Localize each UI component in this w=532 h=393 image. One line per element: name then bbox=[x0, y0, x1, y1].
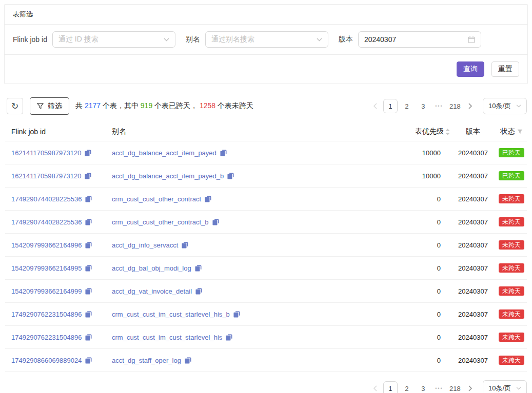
reset-button[interactable]: 重置 bbox=[491, 61, 519, 77]
table-row: 1542097993662164999 acct_dg_vat_invoice_… bbox=[5, 280, 527, 303]
version-value: 20240307 bbox=[364, 35, 396, 44]
flink-job-id-link[interactable]: 1749290744028225536 bbox=[11, 218, 82, 226]
copy-icon[interactable] bbox=[220, 150, 227, 156]
alias-link[interactable]: acct_dg_bal_obj_modi_log bbox=[112, 264, 191, 272]
table-row: 1621411705987973120 acct_dg_balance_acct… bbox=[5, 164, 527, 188]
copy-icon[interactable] bbox=[85, 288, 92, 295]
flink-job-id-cell: 1621411705987973120 bbox=[11, 149, 112, 157]
status-cell: 未跨天 bbox=[496, 356, 527, 365]
copy-icon[interactable] bbox=[226, 334, 232, 341]
pagination-bottom: 1 2 3 ••• 218 10条/页 bbox=[369, 380, 527, 393]
alias-link[interactable]: crm_cust_cust_im_cust_starlevel_his bbox=[112, 334, 222, 341]
copy-icon[interactable] bbox=[85, 219, 92, 225]
copy-icon[interactable] bbox=[85, 311, 92, 318]
flink-job-id-link[interactable]: 1542097993662164999 bbox=[11, 287, 82, 295]
copy-icon[interactable] bbox=[85, 173, 91, 179]
copy-icon[interactable] bbox=[85, 196, 92, 202]
alias-link[interactable]: acct_dg_staff_oper_log bbox=[112, 357, 181, 364]
page-button-2[interactable]: 2 bbox=[400, 99, 414, 113]
alias-select[interactable]: 通过别名搜索 bbox=[205, 31, 328, 48]
copy-icon[interactable] bbox=[85, 357, 92, 364]
page-size-select[interactable]: 10条/页 bbox=[483, 98, 527, 114]
filter-card-title: 表筛选 bbox=[5, 5, 527, 25]
prev-page-button[interactable] bbox=[369, 99, 381, 113]
copy-icon[interactable] bbox=[85, 150, 91, 156]
chevron-down-icon bbox=[317, 38, 322, 42]
next-page-button[interactable] bbox=[464, 381, 477, 393]
status-header-label: 状态 bbox=[501, 127, 515, 136]
version-date-input[interactable]: 20240307 bbox=[358, 31, 481, 48]
summary-part: 个表未跨天 bbox=[215, 101, 253, 110]
flink-job-id-field: Flink job id 通过 ID 搜索 bbox=[13, 31, 175, 48]
flink-job-id-link[interactable]: 1542097993662164995 bbox=[11, 264, 82, 272]
alias-cell: acct_dg_balance_acct_item_payed_b bbox=[112, 172, 368, 180]
alias-label: 别名 bbox=[186, 35, 200, 44]
alias-link[interactable]: acct_dg_info_servacct bbox=[112, 241, 178, 249]
alias-cell: acct_dg_info_servacct bbox=[112, 241, 368, 249]
page-button-3[interactable]: 3 bbox=[416, 99, 430, 113]
flink-job-id-link[interactable]: 1749290762231504896 bbox=[11, 334, 82, 341]
status-cell: 已跨天 bbox=[496, 171, 527, 180]
flink-job-id-link[interactable]: 1749290866069889024 bbox=[11, 357, 82, 364]
alias-link[interactable]: crm_cust_cust_other_contract_b bbox=[112, 218, 209, 226]
alias-cell: acct_dg_vat_invoice_detail bbox=[112, 287, 368, 295]
priority-value: 10000 bbox=[368, 172, 450, 180]
copy-icon[interactable] bbox=[205, 196, 211, 202]
filter-funnel-icon[interactable] bbox=[517, 129, 523, 134]
table-row: 1749290744028225536 crm_cust_cust_other_… bbox=[5, 211, 527, 234]
copy-icon[interactable] bbox=[212, 219, 219, 225]
flink-job-id-link[interactable]: 1621411705987973120 bbox=[11, 172, 81, 180]
copy-icon[interactable] bbox=[85, 265, 92, 272]
table-row: 1542097993662164996 acct_dg_info_servacc… bbox=[5, 234, 527, 257]
flink-job-id-link[interactable]: 1749290744028225536 bbox=[11, 195, 82, 203]
table-row: 1749290762231504896 crm_cust_cust_im_cus… bbox=[5, 326, 527, 349]
version-field: 版本 20240307 bbox=[339, 31, 481, 48]
prev-page-button[interactable] bbox=[369, 381, 381, 393]
refresh-button[interactable]: ↻ bbox=[7, 98, 23, 114]
filter-toggle-button[interactable]: 筛选 bbox=[30, 97, 69, 115]
summary-part: 共 bbox=[75, 101, 85, 110]
flink-job-id-link[interactable]: 1749290762231504896 bbox=[11, 311, 82, 318]
version-value: 20240307 bbox=[450, 195, 496, 203]
status-badge: 未跨天 bbox=[499, 240, 524, 250]
page-button-last[interactable]: 218 bbox=[448, 99, 462, 113]
summary-part: 个表已跨天， bbox=[152, 101, 198, 110]
version-value: 20240307 bbox=[450, 172, 496, 180]
query-button[interactable]: 查询 bbox=[457, 61, 484, 77]
page-ellipsis[interactable]: ••• bbox=[432, 104, 446, 109]
next-page-button[interactable] bbox=[464, 99, 477, 113]
copy-icon[interactable] bbox=[233, 311, 240, 318]
sort-icon[interactable] bbox=[445, 129, 450, 135]
page-ellipsis[interactable]: ••• bbox=[432, 386, 446, 391]
flink-job-id-select[interactable]: 通过 ID 搜索 bbox=[52, 31, 175, 48]
page-button-1[interactable]: 1 bbox=[383, 381, 398, 393]
alias-link[interactable]: crm_cust_cust_im_cust_starlevel_his_b bbox=[112, 311, 230, 318]
alias-cell: crm_cust_cust_other_contract_b bbox=[112, 218, 368, 226]
alias-link[interactable]: acct_dg_balance_acct_item_payed_b bbox=[112, 172, 224, 180]
copy-icon[interactable] bbox=[182, 242, 188, 249]
copy-icon[interactable] bbox=[85, 334, 92, 341]
copy-icon[interactable] bbox=[227, 173, 234, 179]
page-button-2[interactable]: 2 bbox=[400, 381, 414, 393]
copy-icon[interactable] bbox=[195, 265, 202, 272]
flink-job-id-link[interactable]: 1621411705987973120 bbox=[11, 149, 81, 157]
alias-link[interactable]: acct_dg_vat_invoice_detail bbox=[112, 287, 192, 295]
copy-icon[interactable] bbox=[85, 242, 92, 249]
page-button-3[interactable]: 3 bbox=[416, 381, 430, 393]
page-size-select[interactable]: 10条/页 bbox=[483, 380, 527, 393]
copy-icon[interactable] bbox=[195, 288, 202, 295]
page-button-1[interactable]: 1 bbox=[383, 99, 398, 113]
version-value: 20240307 bbox=[450, 149, 496, 157]
calendar-icon bbox=[468, 36, 475, 43]
copy-icon[interactable] bbox=[185, 357, 191, 364]
priority-value: 0 bbox=[368, 334, 450, 341]
priority-value: 0 bbox=[368, 287, 450, 295]
version-value: 20240307 bbox=[450, 264, 496, 272]
alias-link[interactable]: acct_dg_balance_acct_item_payed bbox=[112, 149, 216, 157]
alias-link[interactable]: crm_cust_cust_other_contract bbox=[112, 195, 201, 203]
summary-text: 共 2177 个表，其中 919 个表已跨天， 1258 个表未跨天 bbox=[75, 101, 253, 111]
status-cell: 已跨天 bbox=[496, 148, 527, 157]
refresh-icon: ↻ bbox=[11, 102, 18, 111]
flink-job-id-link[interactable]: 1542097993662164996 bbox=[11, 241, 82, 249]
page-button-last[interactable]: 218 bbox=[448, 381, 462, 393]
